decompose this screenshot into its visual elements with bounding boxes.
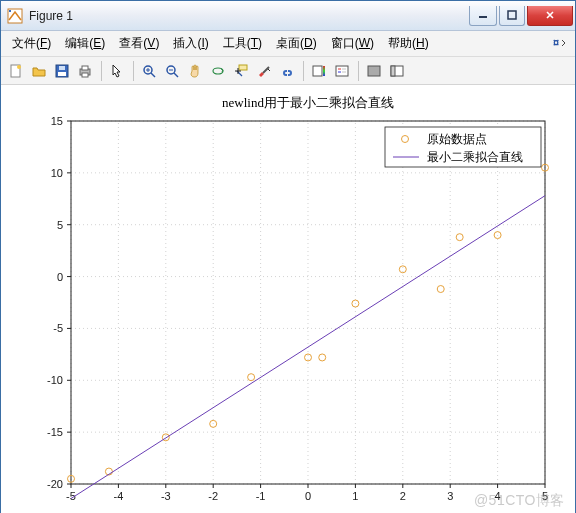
hide-panel-icon[interactable] — [363, 60, 385, 82]
pointer-icon[interactable] — [106, 60, 128, 82]
svg-point-101 — [319, 354, 326, 361]
svg-text:10: 10 — [51, 167, 63, 179]
show-panel-icon[interactable] — [386, 60, 408, 82]
new-file-icon[interactable] — [5, 60, 27, 82]
minimize-button[interactable] — [469, 6, 497, 26]
menu-file[interactable]: 文件(F) — [5, 33, 58, 54]
menu-desktop[interactable]: 桌面(D) — [269, 33, 324, 54]
link-icon[interactable] — [276, 60, 298, 82]
menu-help[interactable]: 帮助(H) — [381, 33, 436, 54]
svg-text:最小二乘拟合直线: 最小二乘拟合直线 — [427, 150, 523, 164]
svg-line-108 — [71, 196, 545, 499]
plot-area: -5-4-3-2-1012345-20-15-10-5051015newlind… — [1, 85, 575, 513]
svg-rect-3 — [508, 11, 516, 19]
data-cursor-icon[interactable] — [230, 60, 252, 82]
open-folder-icon[interactable] — [28, 60, 50, 82]
svg-text:-20: -20 — [47, 478, 63, 490]
svg-rect-21 — [239, 65, 247, 70]
svg-line-18 — [174, 73, 178, 77]
svg-rect-27 — [323, 66, 325, 76]
close-button[interactable] — [527, 6, 573, 26]
window-title: Figure 1 — [29, 9, 467, 23]
app-icon — [7, 8, 23, 24]
help-dropdown-icon[interactable]: ¤ — [551, 36, 567, 52]
svg-rect-8 — [58, 72, 66, 76]
svg-rect-33 — [368, 66, 380, 76]
colorbar-icon[interactable] — [308, 60, 330, 82]
svg-text:原始数据点: 原始数据点 — [427, 132, 487, 146]
menu-window[interactable]: 窗口(W) — [324, 33, 381, 54]
svg-text:2: 2 — [400, 490, 406, 502]
svg-text:-2: -2 — [208, 490, 218, 502]
svg-point-105 — [456, 234, 463, 241]
svg-point-104 — [437, 286, 444, 293]
brush-icon[interactable] — [253, 60, 275, 82]
svg-line-25 — [263, 67, 269, 73]
svg-rect-28 — [336, 66, 348, 76]
svg-rect-12 — [82, 73, 88, 77]
svg-text:-5: -5 — [53, 322, 63, 334]
rotate-3d-icon[interactable] — [207, 60, 229, 82]
menu-view[interactable]: 查看(V) — [112, 33, 166, 54]
pan-hand-icon[interactable] — [184, 60, 206, 82]
svg-text:4: 4 — [495, 490, 501, 502]
svg-rect-9 — [59, 66, 65, 70]
maximize-button[interactable] — [499, 6, 525, 26]
svg-text:-10: -10 — [47, 374, 63, 386]
zoom-out-icon[interactable] — [161, 60, 183, 82]
menu-tools[interactable]: 工具(T) — [216, 33, 269, 54]
legend-icon[interactable] — [331, 60, 353, 82]
svg-rect-35 — [391, 66, 395, 76]
svg-point-6 — [17, 65, 21, 69]
menu-insert[interactable]: 插入(I) — [166, 33, 215, 54]
svg-point-99 — [248, 374, 255, 381]
svg-text:-3: -3 — [161, 490, 171, 502]
menu-edit[interactable]: 编辑(E) — [58, 33, 112, 54]
svg-rect-1 — [9, 10, 11, 12]
toolbar — [1, 57, 575, 85]
chart: -5-4-3-2-1012345-20-15-10-5051015newlind… — [1, 85, 575, 513]
svg-text:5: 5 — [57, 219, 63, 231]
svg-text:1: 1 — [352, 490, 358, 502]
svg-text:¤: ¤ — [553, 36, 559, 48]
svg-text:-15: -15 — [47, 426, 63, 438]
svg-rect-26 — [313, 66, 322, 76]
svg-line-14 — [151, 73, 155, 77]
svg-text:-4: -4 — [114, 490, 124, 502]
svg-text:5: 5 — [542, 490, 548, 502]
menubar: 文件(F) 编辑(E) 查看(V) 插入(I) 工具(T) 桌面(D) 窗口(W… — [1, 31, 575, 57]
svg-text:newlind用于最小二乘拟合直线: newlind用于最小二乘拟合直线 — [222, 95, 394, 110]
svg-text:0: 0 — [305, 490, 311, 502]
save-icon[interactable] — [51, 60, 73, 82]
print-icon[interactable] — [74, 60, 96, 82]
svg-text:3: 3 — [447, 490, 453, 502]
svg-rect-11 — [82, 66, 88, 70]
svg-text:15: 15 — [51, 115, 63, 127]
titlebar: Figure 1 — [1, 1, 575, 31]
svg-text:-1: -1 — [256, 490, 266, 502]
svg-text:0: 0 — [57, 271, 63, 283]
zoom-in-icon[interactable] — [138, 60, 160, 82]
